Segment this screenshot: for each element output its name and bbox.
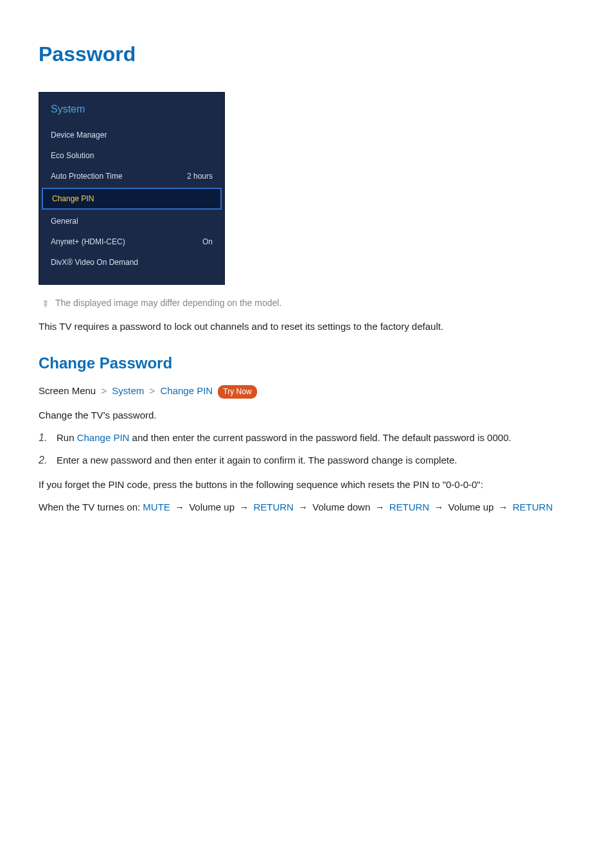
- menu-item-value: 2 hours: [187, 170, 213, 182]
- menu-item-auto-protection-time[interactable]: Auto Protection Time 2 hours: [39, 166, 224, 186]
- step-number: 2.: [39, 453, 47, 469]
- menu-item-change-pin[interactable]: Change PIN: [42, 188, 222, 210]
- menu-item-device-manager[interactable]: Device Manager: [39, 125, 224, 145]
- mute-key: MUTE: [143, 502, 170, 512]
- note-text: The displayed image may differ depending…: [55, 296, 281, 310]
- arrow-icon: →: [375, 502, 384, 512]
- reset-sequence: When the TV turnes on: MUTE → Volume up …: [39, 500, 574, 514]
- breadcrumb-label: Screen Menu: [39, 385, 96, 396]
- menu-item-label: Anynet+ (HDMI-CEC): [51, 236, 125, 248]
- arrow-icon: →: [175, 502, 184, 512]
- menu-header: System: [39, 93, 224, 125]
- vol-up-key: Volume up: [448, 502, 493, 512]
- return-key: RETURN: [513, 502, 553, 512]
- breadcrumb: Screen Menu > System > Change PIN Try No…: [39, 384, 574, 399]
- arrow-icon: →: [499, 502, 508, 512]
- step-number: 1.: [39, 430, 47, 446]
- step-text: Enter a new password and then enter it a…: [57, 455, 457, 466]
- breadcrumb-sep: >: [101, 385, 107, 396]
- lead-text: Change the TV's password.: [39, 408, 574, 422]
- menu-item-anynet[interactable]: Anynet+ (HDMI-CEC) On: [39, 231, 224, 252]
- intro-text: This TV requires a password to lock out …: [39, 319, 574, 334]
- menu-item-label: Device Manager: [51, 129, 107, 141]
- menu-item-label: Auto Protection Time: [51, 170, 122, 182]
- menu-item-general[interactable]: General: [39, 211, 224, 231]
- step-1: 1. Run Change PIN and then enter the cur…: [57, 430, 574, 445]
- arrow-icon: →: [298, 502, 308, 512]
- return-key: RETURN: [389, 502, 430, 512]
- system-menu-box: System Device Manager Eco Solution Auto …: [39, 92, 225, 285]
- page-title: Password: [39, 39, 574, 69]
- arrow-icon: →: [239, 502, 249, 512]
- vol-down-key: Volume down: [312, 502, 370, 512]
- section-title: Change Password: [39, 352, 574, 375]
- try-now-badge[interactable]: Try Now: [218, 385, 256, 399]
- breadcrumb-change-pin[interactable]: Change PIN: [160, 385, 213, 396]
- forgot-text: If you forget the PIN code, press the bu…: [39, 477, 574, 492]
- step-text-pre: Run: [57, 432, 77, 443]
- note-row: ✎ The displayed image may differ dependi…: [39, 296, 574, 311]
- menu-item-value: On: [202, 236, 213, 248]
- menu-item-eco-solution[interactable]: Eco Solution: [39, 145, 224, 166]
- menu-item-label: General: [51, 215, 78, 227]
- step-text-post: and then enter the current password in t…: [129, 432, 511, 443]
- breadcrumb-system[interactable]: System: [112, 385, 144, 396]
- change-pin-link[interactable]: Change PIN: [77, 432, 130, 443]
- menu-item-label: DivX® Video On Demand: [51, 257, 138, 268]
- steps-list: 1. Run Change PIN and then enter the cur…: [39, 430, 574, 468]
- arrow-icon: →: [434, 502, 443, 512]
- menu-item-label: Eco Solution: [51, 150, 94, 161]
- menu-item-label: Change PIN: [52, 193, 94, 204]
- step-2: 2. Enter a new password and then enter i…: [57, 453, 574, 467]
- breadcrumb-sep: >: [150, 385, 155, 396]
- menu-item-divx[interactable]: DivX® Video On Demand: [39, 252, 224, 273]
- pencil-icon: ✎: [37, 297, 52, 312]
- return-key: RETURN: [253, 502, 294, 512]
- reset-prefix: When the TV turnes on:: [39, 502, 143, 512]
- vol-up-key: Volume up: [189, 502, 235, 512]
